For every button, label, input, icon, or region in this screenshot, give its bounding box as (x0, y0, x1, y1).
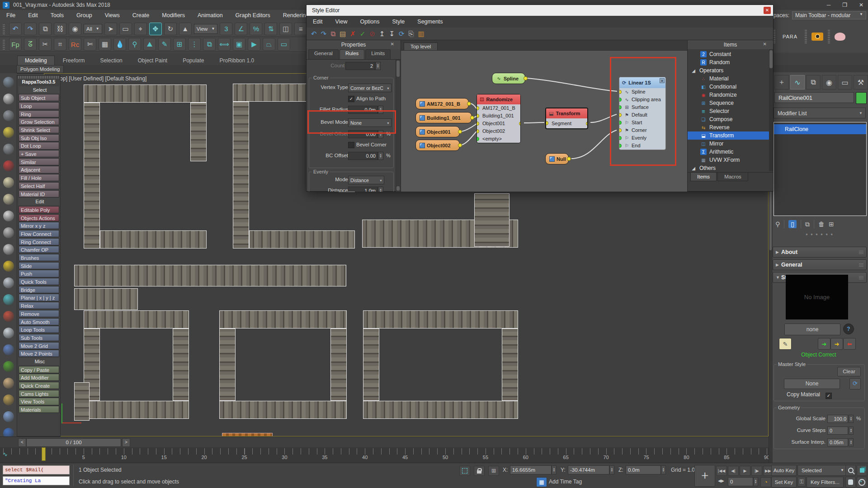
clip-icon[interactable]: ▭ (278, 38, 290, 51)
source-node-object001[interactable]: Object001 (415, 126, 460, 137)
paint-icon[interactable]: ✎ (158, 38, 171, 51)
selection-filter-dropdown[interactable]: All▼ (84, 24, 102, 34)
import-style-button[interactable]: ➜ (818, 338, 830, 350)
rappa-button-similar[interactable]: Similar (19, 158, 59, 165)
legacy-tool-icon[interactable] (3, 244, 14, 255)
legacy-tool-icon[interactable] (3, 394, 14, 405)
selection-lock-icon[interactable] (474, 466, 485, 476)
style-map-button[interactable]: none (784, 324, 840, 335)
minimize-button[interactable]: ─ (827, 2, 831, 8)
rappa-button-fill-hole[interactable]: Fill / Hole (19, 174, 59, 181)
time-config-icon[interactable]: ◔ (760, 477, 771, 487)
items-item-uvw-xform[interactable]: ▦UVW XForm (688, 156, 773, 164)
global-scale-field[interactable]: 100.0 (827, 415, 848, 423)
time-slider[interactable]: 0 / 100 (26, 438, 121, 447)
rappa-button-bridge[interactable]: Bridge (19, 286, 59, 293)
menu-item-edit[interactable]: Edit (22, 12, 44, 19)
select-object-icon[interactable]: ➤ (104, 23, 117, 35)
rappa-button-mirror-x-y-z[interactable]: Mirror x y z (19, 222, 59, 229)
rappa-button-add-modifier[interactable]: Add Modifier (19, 374, 59, 381)
refresh-icon[interactable]: ⟳ (399, 30, 405, 38)
ribbon-tab-object-paint[interactable]: Object Paint (131, 56, 175, 65)
time-tag-cube-icon[interactable]: ▦ (536, 477, 547, 487)
items-scrollbar[interactable] (769, 49, 773, 171)
source-node-object002[interactable]: Object002 (415, 140, 460, 151)
stack-item-railclone[interactable]: RailClone (774, 124, 866, 134)
rappa-button-grow-selection[interactable]: Grow Selection (19, 118, 59, 125)
zoom-extents-icon[interactable] (857, 465, 867, 476)
remove-modifier-icon[interactable]: 🗑 (818, 221, 825, 228)
legacy-tool-icon[interactable] (3, 110, 14, 121)
paste-icon[interactable]: ▤ (340, 30, 346, 38)
display-tab-icon[interactable]: ▭ (838, 75, 852, 89)
ribbon-tab-selection[interactable]: Selection (93, 56, 129, 65)
properties-tab-limits[interactable]: Limits (365, 49, 391, 59)
distance-field[interactable]: 1.0m (348, 187, 378, 192)
randomize-input-am172-001-b[interactable]: AM172_001_B (477, 104, 520, 112)
se-menu-view[interactable]: View (329, 19, 354, 25)
z-spinner[interactable]: ▲▼ (661, 465, 666, 474)
rappa-button-planar-x-y-z[interactable]: Planar | x | y | z (19, 294, 59, 301)
input-dot[interactable] (476, 114, 479, 118)
playback-button[interactable]: |▶ (751, 466, 762, 476)
x-spinner[interactable]: ▲▼ (552, 465, 557, 474)
playback-button[interactable]: ◀| (728, 466, 739, 476)
snap-3-icon[interactable]: 3 (220, 23, 232, 35)
legacy-tool-icon[interactable] (3, 160, 14, 171)
scissors-icon[interactable]: ✂ (39, 38, 52, 51)
select-link-icon[interactable]: ⧉ (39, 23, 52, 35)
input-dot[interactable] (545, 121, 548, 125)
node-canvas[interactable]: ∿ Spline AM172_001_BBuilding1_001Object0… (401, 51, 687, 192)
rappa-button-ring[interactable]: Ring (19, 110, 59, 117)
current-frame-field[interactable]: 0 (728, 477, 753, 486)
legacy-tool-icon[interactable] (3, 344, 14, 355)
key-link-icon[interactable]: ⚿ (797, 477, 806, 487)
bc-offset-field[interactable]: 0.00 (348, 152, 378, 160)
input-dot[interactable] (476, 122, 479, 126)
rappa-button-dot-loop[interactable]: Dot Loop (19, 142, 59, 149)
rappa-button-copy-paste[interactable]: Copy / Paste (19, 366, 59, 373)
vertex-type-dropdown[interactable]: Corner or BezC (348, 84, 392, 92)
maxscript-listener-line2[interactable]: "Creating La (3, 476, 70, 485)
land-icon[interactable]: ⛰ (143, 38, 156, 51)
knife-icon[interactable]: ✄ (84, 38, 96, 51)
randomize-input-object002[interactable]: Object002 (477, 127, 520, 135)
create-tab-icon[interactable]: ＋ (774, 75, 789, 89)
evenly-mode-dropdown[interactable]: Distance (348, 176, 384, 184)
rappa-button-chamfer-op[interactable]: Chamfer OP (19, 246, 59, 253)
mirror-icon[interactable]: ◫ (279, 23, 292, 35)
menu-item-modifiers[interactable]: Modifiers (156, 12, 191, 19)
export-style-button[interactable]: ➜ (830, 338, 843, 350)
workspace-dropdown[interactable]: Main Toolbar - modular▼ (792, 11, 866, 19)
key-filters-button[interactable]: Key Filters... (807, 477, 844, 488)
helix-icon[interactable]: ᘔ (24, 38, 37, 51)
output-dot[interactable] (458, 130, 462, 134)
rappa-button-objects-actions[interactable]: Objects Actions (19, 214, 59, 221)
items-panel-tab-macros[interactable]: Macros (717, 173, 748, 181)
rollout-about[interactable]: ▶About (773, 247, 867, 258)
track-bar[interactable]: ∿ 05101520253035404550556065707580859095… (0, 447, 868, 463)
count-spinner[interactable]: ▲▼ (375, 62, 381, 70)
auto-key-button[interactable]: Auto Key (771, 465, 797, 476)
isolate-selection-icon[interactable] (459, 466, 470, 476)
playback-button[interactable]: ▶ (740, 466, 750, 476)
x-coordinate-field[interactable]: 16.6655m (510, 465, 552, 474)
undo-icon[interactable]: ↶ (311, 30, 317, 38)
select-move-icon[interactable]: ✥ (149, 23, 162, 35)
items-item-transform[interactable]: ⬓Transform (688, 131, 773, 140)
close-button[interactable]: ✕ (859, 2, 863, 8)
rappa-button-move-2-grid[interactable]: Move 2 Grid (19, 342, 59, 349)
output-dot[interactable] (470, 116, 474, 120)
snap-percent-icon[interactable]: % (250, 23, 262, 35)
properties-tab-general[interactable]: General (308, 49, 339, 59)
spacing-icon[interactable]: ⋮ (188, 38, 201, 51)
y-coordinate-field[interactable]: -30.4744m (568, 465, 609, 474)
rappa-button-quick-create[interactable]: Quick Create (19, 382, 59, 389)
items-item-compose[interactable]: ❏Compose (688, 115, 773, 123)
array-icon[interactable]: ⊞ (173, 38, 186, 51)
randomize-node[interactable]: ⚄ Randomize AM172_001_BBuilding1_001Obje… (476, 94, 521, 143)
items-item-conditional[interactable]: ◧Conditional (688, 83, 773, 91)
rappa-button-materials[interactable]: Materials (19, 406, 59, 413)
legacy-tool-icon[interactable] (3, 411, 14, 422)
se-menu-segments[interactable]: Segments (411, 19, 449, 25)
